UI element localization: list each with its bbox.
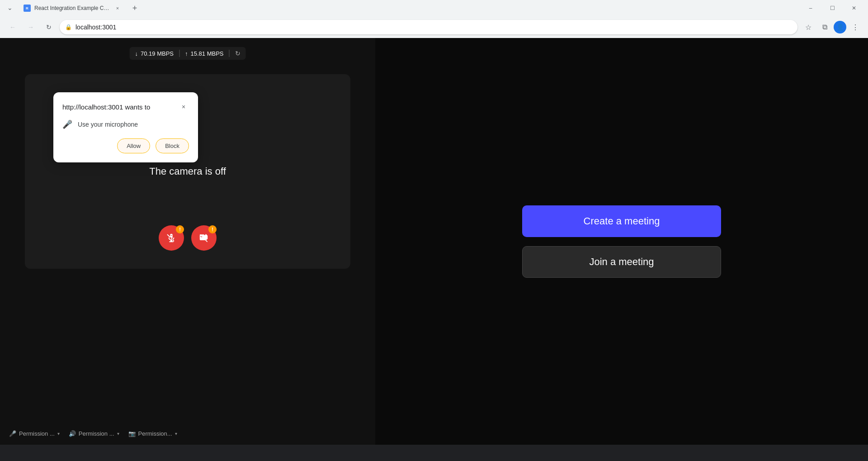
address-bar: ← → ↻ 🔒 localhost:3001 ☆ ⧉ 👤 ⋮ <box>0 16 868 38</box>
new-tab-btn[interactable]: + <box>128 2 141 14</box>
download-speed: ↓ 70.19 MBPS <box>135 50 174 57</box>
browser-chrome: ⌄ R React Integration Example Cod... × +… <box>0 0 868 38</box>
tab-dropdown-btn[interactable]: ⌄ <box>4 1 16 14</box>
title-bar: ⌄ R React Integration Example Cod... × +… <box>0 0 868 16</box>
video-badge: ! <box>208 225 217 233</box>
speaker-dropdown-arrow[interactable]: ▾ <box>117 431 119 436</box>
speaker-toolbar-icon: 🔊 <box>69 430 76 437</box>
block-btn[interactable]: Block <box>156 138 189 153</box>
mic-toolbar-icon: 🎤 <box>9 430 16 437</box>
tab-favicon: R <box>24 5 31 12</box>
speaker-permission-item[interactable]: 🔊 Permission ... ▾ <box>69 430 119 437</box>
join-meeting-btn[interactable]: Join a meeting <box>522 246 721 278</box>
right-panel: Create a meeting Join a meeting <box>375 38 868 445</box>
page-content: ↓ 70.19 MBPS ↑ 15.81 MBPS ↻ The camera i… <box>0 38 868 445</box>
menu-btn[interactable]: ⋮ <box>848 20 863 34</box>
bookmark-btn[interactable]: ☆ <box>801 20 816 34</box>
popup-permission-label: Use your microphone <box>78 121 138 128</box>
camera-dropdown-arrow[interactable]: ▾ <box>175 431 177 436</box>
video-controls: ! ! <box>159 225 217 251</box>
mic-badge: ! <box>176 225 184 233</box>
popup-mic-icon: 🎤 <box>62 119 72 129</box>
maximize-btn[interactable]: ☐ <box>822 0 843 16</box>
url-text: localhost:3001 <box>75 24 792 31</box>
tab-close-btn[interactable]: × <box>114 5 121 12</box>
tab-title: React Integration Example Cod... <box>34 5 110 11</box>
camera-permission-label: Permission... <box>138 430 172 437</box>
camera-permission-item[interactable]: 📷 Permission... ▾ <box>128 430 177 437</box>
lock-icon: 🔒 <box>65 24 72 30</box>
mic-muted-icon <box>166 233 176 243</box>
permission-popup: http://localhost:3001 wants to × 🎤 Use y… <box>53 92 198 162</box>
mic-permission-item[interactable]: 🎤 Permission ... ▾ <box>9 430 60 437</box>
mic-permission-label: Permission ... <box>19 430 55 437</box>
minimize-btn[interactable]: – <box>800 0 821 16</box>
popup-header: http://localhost:3001 wants to × <box>62 101 189 112</box>
mic-dropdown-arrow[interactable]: ▾ <box>57 431 60 436</box>
mic-mute-btn[interactable]: ! <box>159 225 184 251</box>
bottom-toolbar: 🎤 Permission ... ▾ 🔊 Permission ... ▾ 📷 … <box>0 422 375 445</box>
refresh-btn[interactable]: ↻ <box>42 20 56 34</box>
camera-toolbar-icon: 📷 <box>128 430 136 437</box>
speed-divider <box>179 50 179 57</box>
window-controls: – ☐ ✕ <box>800 0 864 16</box>
tab-list: R React Integration Example Cod... × + <box>18 0 141 16</box>
forward-btn[interactable]: → <box>24 20 38 34</box>
speed-bar: ↓ 70.19 MBPS ↑ 15.81 MBPS ↻ <box>130 47 246 60</box>
upload-speed-value: 15.81 MBPS <box>191 50 224 57</box>
popup-permission-row: 🎤 Use your microphone <box>62 119 189 129</box>
video-mute-btn[interactable]: ! <box>191 225 217 251</box>
speed-divider-2 <box>229 50 230 57</box>
download-speed-value: 70.19 MBPS <box>141 50 174 57</box>
url-bar[interactable]: 🔒 localhost:3001 <box>60 20 797 34</box>
back-btn[interactable]: ← <box>5 20 20 34</box>
speaker-permission-label: Permission ... <box>79 430 114 437</box>
upload-speed: ↑ 15.81 MBPS <box>185 50 224 57</box>
speed-refresh-btn[interactable]: ↻ <box>235 50 241 57</box>
create-meeting-btn[interactable]: Create a meeting <box>522 205 721 237</box>
address-bar-actions: ☆ ⧉ 👤 ⋮ <box>801 20 863 34</box>
video-off-icon <box>199 233 209 243</box>
popup-title: http://localhost:3001 wants to <box>62 103 150 111</box>
camera-off-text: The camera is off <box>149 166 226 177</box>
split-btn[interactable]: ⧉ <box>817 20 832 34</box>
popup-buttons: Allow Block <box>62 138 189 153</box>
close-btn[interactable]: ✕ <box>844 0 864 16</box>
active-tab[interactable]: R React Integration Example Cod... × <box>18 0 127 16</box>
upload-icon: ↑ <box>185 50 188 57</box>
profile-btn[interactable]: 👤 <box>834 21 846 33</box>
popup-close-btn[interactable]: × <box>178 101 189 112</box>
allow-btn[interactable]: Allow <box>117 138 150 153</box>
download-icon: ↓ <box>135 50 138 57</box>
